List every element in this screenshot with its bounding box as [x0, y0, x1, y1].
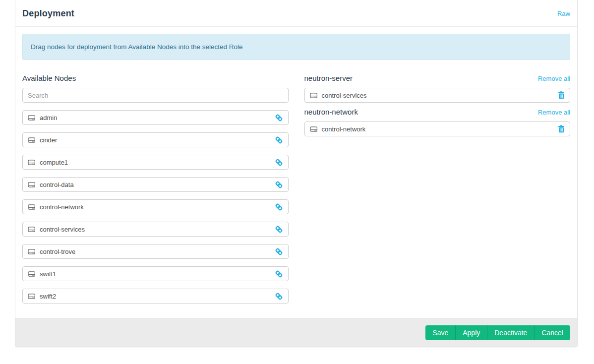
- trash-icon[interactable]: [558, 91, 565, 99]
- hdd-icon: [28, 248, 35, 255]
- node-label: cinder: [40, 136, 57, 144]
- link-icon[interactable]: [275, 270, 283, 278]
- available-node-row-swift2[interactable]: swift2: [22, 289, 289, 303]
- node-label: swift1: [40, 270, 56, 278]
- trash-icon[interactable]: [558, 125, 565, 133]
- search-input[interactable]: [22, 88, 289, 103]
- role-section-neutron-network: neutron-network Remove all control-netwo…: [304, 108, 571, 136]
- deactivate-button[interactable]: Deactivate: [487, 325, 534, 340]
- hdd-icon: [28, 226, 35, 233]
- save-button[interactable]: Save: [425, 325, 455, 340]
- role-name: neutron-server: [304, 74, 353, 83]
- hdd-icon: [310, 92, 317, 99]
- available-node-row-control-services[interactable]: control-services: [22, 222, 289, 237]
- available-node-row-swift1[interactable]: swift1: [22, 266, 289, 281]
- link-icon[interactable]: [275, 181, 283, 189]
- panel-header: Deployment Raw: [15, 0, 577, 27]
- link-icon[interactable]: [275, 247, 283, 256]
- hdd-icon: [28, 270, 35, 277]
- info-banner-text: Drag nodes for deployment from Available…: [31, 43, 243, 51]
- node-label: control-network: [40, 203, 84, 211]
- available-nodes-column: Available Nodes admin cinder compute1: [22, 74, 289, 303]
- hdd-icon: [28, 293, 35, 300]
- available-node-row-admin[interactable]: admin: [22, 110, 289, 125]
- link-icon[interactable]: [275, 203, 283, 211]
- roles-column: neutron-server Remove all control-servic…: [304, 74, 571, 303]
- available-node-row-compute1[interactable]: compute1: [22, 155, 289, 170]
- deployment-panel: Deployment Raw Drag nodes for deployment…: [15, 0, 578, 347]
- link-icon[interactable]: [275, 158, 283, 167]
- link-icon[interactable]: [275, 225, 283, 234]
- hdd-icon: [28, 181, 35, 188]
- cancel-button[interactable]: Cancel: [534, 325, 570, 340]
- role-node-row-control-services[interactable]: control-services: [304, 88, 571, 103]
- panel-body: Drag nodes for deployment from Available…: [15, 27, 577, 318]
- hdd-icon: [28, 136, 35, 143]
- role-name: neutron-network: [304, 108, 358, 117]
- hdd-icon: [310, 125, 317, 132]
- available-node-row-control-data[interactable]: control-data: [22, 177, 289, 192]
- hdd-icon: [28, 114, 35, 121]
- panel-footer: Save Apply Deactivate Cancel: [15, 318, 577, 347]
- apply-button[interactable]: Apply: [455, 325, 487, 340]
- role-section-neutron-server: neutron-server Remove all control-servic…: [304, 74, 571, 103]
- raw-link[interactable]: Raw: [557, 10, 570, 17]
- node-label: control-services: [40, 226, 85, 233]
- node-label: compute1: [40, 159, 68, 166]
- remove-all-link[interactable]: Remove all: [538, 75, 570, 82]
- info-banner: Drag nodes for deployment from Available…: [22, 34, 570, 60]
- role-node-row-control-network[interactable]: control-network: [304, 121, 571, 136]
- node-label: control-network: [322, 125, 366, 133]
- action-button-group: Save Apply Deactivate Cancel: [425, 325, 570, 340]
- available-node-row-control-trove[interactable]: control-trove: [22, 244, 289, 259]
- columns: Available Nodes admin cinder compute1: [22, 74, 570, 303]
- hdd-icon: [28, 203, 35, 210]
- node-label: swift2: [40, 293, 56, 300]
- link-icon[interactable]: [275, 292, 283, 301]
- page-title: Deployment: [22, 8, 74, 19]
- node-label: control-trove: [40, 248, 75, 255]
- available-nodes-heading: Available Nodes: [22, 74, 76, 83]
- node-label: control-services: [322, 92, 367, 99]
- node-label: admin: [40, 114, 57, 121]
- available-node-row-control-network[interactable]: control-network: [22, 199, 289, 214]
- remove-all-link[interactable]: Remove all: [538, 109, 570, 116]
- hdd-icon: [28, 159, 35, 166]
- available-node-row-cinder[interactable]: cinder: [22, 132, 289, 147]
- link-icon[interactable]: [275, 136, 283, 144]
- link-icon[interactable]: [275, 114, 283, 122]
- node-label: control-data: [40, 181, 74, 188]
